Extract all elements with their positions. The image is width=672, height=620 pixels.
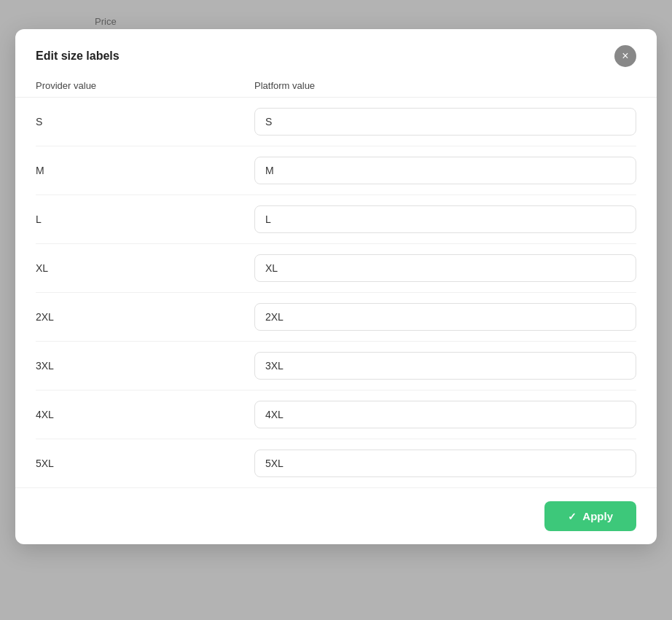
platform-input-3xl[interactable]: [254, 352, 636, 380]
modal-header: Edit size labels ×: [15, 29, 657, 74]
provider-value: 4XL: [36, 409, 254, 420]
platform-input-l[interactable]: [254, 205, 636, 233]
platform-input-wrap: [254, 401, 636, 428]
platform-input-2xl[interactable]: [254, 303, 636, 331]
platform-input-m[interactable]: [254, 157, 636, 184]
provider-value: L: [36, 213, 254, 225]
platform-input-wrap: [254, 108, 636, 136]
modal-overlay: Edit size labels × Provider value Platfo…: [0, 0, 672, 620]
size-row: 3XL: [36, 342, 636, 391]
size-row: XL: [36, 244, 636, 293]
checkmark-icon: ✓: [568, 511, 577, 522]
provider-value: XL: [36, 262, 254, 274]
close-button[interactable]: ×: [614, 45, 636, 67]
size-row: M: [36, 146, 636, 195]
platform-input-wrap: [254, 450, 636, 477]
size-row: 5XL: [36, 439, 636, 487]
size-row: S: [36, 98, 636, 146]
platform-input-5xl[interactable]: [254, 450, 636, 477]
size-row: 4XL: [36, 391, 636, 439]
size-row: L: [36, 195, 636, 244]
platform-column-header: Platform value: [254, 80, 636, 91]
platform-input-s[interactable]: [254, 108, 636, 136]
apply-button[interactable]: ✓ Apply: [544, 501, 636, 531]
edit-size-labels-modal: Edit size labels × Provider value Platfo…: [15, 29, 657, 544]
platform-input-xl[interactable]: [254, 254, 636, 282]
provider-value: M: [36, 165, 254, 176]
apply-label: Apply: [582, 510, 613, 522]
platform-input-4xl[interactable]: [254, 401, 636, 428]
modal-title: Edit size labels: [36, 50, 120, 63]
provider-column-header: Provider value: [36, 80, 254, 91]
provider-value: 5XL: [36, 458, 254, 469]
modal-body: SMLXL2XL3XL4XL5XL: [15, 98, 657, 487]
platform-input-wrap: [254, 352, 636, 380]
column-headers: Provider value Platform value: [15, 74, 657, 98]
provider-value: 3XL: [36, 360, 254, 372]
provider-value: 2XL: [36, 311, 254, 323]
platform-input-wrap: [254, 303, 636, 331]
provider-value: S: [36, 116, 254, 127]
platform-input-wrap: [254, 254, 636, 282]
platform-input-wrap: [254, 157, 636, 184]
platform-input-wrap: [254, 205, 636, 233]
size-row: 2XL: [36, 293, 636, 342]
modal-footer: ✓ Apply: [15, 487, 657, 544]
